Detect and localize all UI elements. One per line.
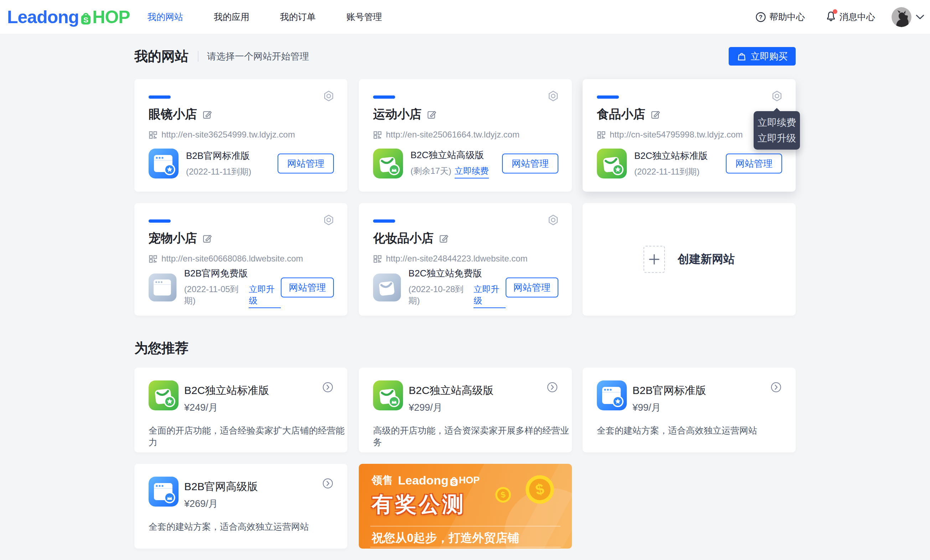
plan-name: B2B官网标准版 — [186, 149, 251, 162]
upgrade-now-link[interactable]: 立即升级 — [474, 283, 505, 308]
product-description: 全套的建站方案，适合高效独立运营网站 — [597, 425, 757, 436]
rename-edit-icon[interactable] — [439, 234, 449, 243]
leadongshop-logo[interactable]: Leadong HOP — [7, 0, 130, 34]
account-menu-chevron-down-icon[interactable] — [916, 14, 924, 20]
product-name: B2B官网高级版 — [184, 480, 258, 494]
settings-gear-icon[interactable] — [323, 91, 334, 102]
manage-site-button[interactable]: 网站管理 — [281, 277, 334, 297]
question-circle-icon — [755, 12, 766, 22]
menu-item-renew-now[interactable]: 立即续费 — [754, 115, 800, 131]
rename-edit-icon[interactable] — [202, 234, 212, 243]
banner-brand-leadong: Leadong — [398, 474, 449, 487]
site-card-cosmetics-shop[interactable]: 化妆品小店 http://en-site24844223.ldwebsite.c… — [359, 203, 572, 315]
buy-now-label: 立即购买 — [751, 50, 788, 63]
site-card-glasses-shop[interactable]: 眼镜小店 http://en-site36254999.tw.ldyjz.com… — [134, 79, 347, 192]
manage-site-button[interactable]: 网站管理 — [502, 154, 558, 174]
site-name: 宠物小店 — [149, 230, 197, 246]
rename-edit-icon[interactable] — [427, 110, 436, 119]
b2b-standard-app-icon — [597, 380, 627, 411]
qr-code-icon[interactable] — [373, 131, 382, 139]
create-new-website-card[interactable]: 创建新网站 — [583, 203, 796, 315]
promo-banner[interactable]: 领售 Leadong HOP 有奖公测 祝您从0起步，打造外贸店铺 — [359, 464, 572, 549]
menu-item-upgrade-now[interactable]: 立即升级 — [754, 131, 800, 146]
manage-site-button[interactable]: 网站管理 — [506, 277, 558, 297]
logo-text-leadong: Leadong — [7, 7, 79, 28]
product-description: 高级的开店功能，适合资深卖家开展多样的经营业务 — [373, 425, 572, 448]
help-center-button[interactable]: 帮助中心 — [755, 11, 805, 23]
b2b-free-app-icon — [149, 272, 177, 302]
recommend-card-b2b-standard[interactable]: B2B官网标准版 ¥99/月 全套的建站方案，适合高效独立运营网站 — [583, 368, 796, 452]
b2c-standard-app-icon — [597, 149, 627, 178]
plan-expiry: (2022-11-11到期) — [186, 166, 251, 177]
card-accent-dash — [149, 95, 171, 98]
product-description: 全套的建站方案，适合高效独立运营网站 — [149, 521, 309, 532]
site-url-row: http://en-site24844223.ldwebsite.com — [373, 254, 528, 264]
card-accent-dash — [149, 220, 171, 223]
chevron-right-circle-icon[interactable] — [771, 382, 781, 392]
chevron-right-circle-icon[interactable] — [322, 478, 333, 489]
site-name: 眼镜小店 — [149, 106, 197, 123]
plan-name: B2B官网免费版 — [184, 267, 281, 280]
logo-text-hop: HOP — [92, 7, 130, 28]
help-center-label: 帮助中心 — [769, 11, 805, 23]
product-description: 全面的开店功能，适合经验卖家扩大店铺的经营能力 — [149, 425, 347, 448]
product-name: B2B官网标准版 — [633, 383, 706, 398]
banner-brand-hop: HOP — [459, 475, 480, 486]
buy-now-button[interactable]: 立即购买 — [729, 47, 796, 66]
site-card-pet-shop[interactable]: 宠物小店 http://en-site60668086.ldwebsite.co… — [134, 203, 347, 315]
logo-bag-icon — [80, 11, 92, 26]
recommend-section-title: 为您推荐 — [134, 339, 188, 357]
dollar-coin-icon — [495, 487, 511, 503]
user-avatar[interactable] — [892, 7, 912, 27]
manage-site-button[interactable]: 网站管理 — [726, 154, 782, 174]
rename-edit-icon[interactable] — [202, 110, 212, 119]
product-price: ¥249/月 — [184, 401, 218, 414]
notification-dot — [833, 9, 838, 14]
b2b-standard-app-icon — [149, 149, 179, 178]
product-price: ¥99/月 — [633, 401, 661, 414]
manage-site-button[interactable]: 网站管理 — [277, 154, 334, 174]
plan-name: B2C独立站免费版 — [408, 267, 505, 280]
nav-item-my-orders[interactable]: 我的订单 — [280, 11, 316, 23]
site-card-sports-shop[interactable]: 运动小店 http://en-site25061664.tw.ldyjz.com… — [359, 79, 572, 192]
b2c-free-app-icon — [373, 272, 401, 302]
nav-item-my-apps[interactable]: 我的应用 — [214, 11, 249, 23]
qr-code-icon[interactable] — [149, 254, 157, 263]
site-name: 化妆品小店 — [373, 230, 434, 246]
site-url-row: http://en-site36254999.tw.ldyjz.com — [149, 130, 295, 140]
site-url: http://en-site36254999.tw.ldyjz.com — [162, 130, 295, 140]
page-title: 我的网站 — [134, 48, 188, 66]
qr-code-icon[interactable] — [373, 254, 382, 263]
banner-divider — [370, 526, 560, 526]
qr-code-icon[interactable] — [149, 131, 157, 139]
dollar-coin-icon — [525, 474, 555, 505]
plus-icon — [644, 246, 665, 273]
bell-icon — [825, 11, 836, 23]
page-subtitle: 请选择一个网站开始管理 — [207, 50, 309, 63]
recommend-card-b2b-premium[interactable]: B2B官网高级版 ¥269/月 全套的建站方案，适合高效独立运营网站 — [134, 464, 347, 549]
settings-gear-icon[interactable] — [548, 214, 558, 226]
qr-code-icon[interactable] — [597, 131, 606, 139]
nav-item-my-websites[interactable]: 我的网站 — [148, 11, 183, 23]
settings-gear-icon[interactable] — [772, 91, 782, 102]
recommend-card-b2c-premium[interactable]: B2C独立站高级版 ¥299/月 高级的开店功能，适合资深卖家开展多样的经营业务 — [359, 368, 572, 452]
nav-item-account[interactable]: 账号管理 — [346, 11, 382, 23]
recommend-card-b2c-standard[interactable]: B2C独立站标准版 ¥249/月 全面的开店功能，适合经验卖家扩大店铺的经营能力 — [134, 368, 347, 452]
plan-name: B2C独立站高级版 — [411, 149, 489, 162]
site-card-food-shop[interactable]: 食品小店 http://cn-site54795998.tw.ldyjz.com… — [583, 79, 796, 192]
message-center-button[interactable]: 消息中心 — [825, 11, 875, 23]
plan-name: B2C独立站标准版 — [634, 149, 708, 162]
settings-gear-icon[interactable] — [323, 214, 334, 226]
card-accent-dash — [373, 220, 395, 223]
chevron-right-circle-icon[interactable] — [322, 382, 333, 392]
banner-subtitle: 祝您从0起步，打造外贸店铺 — [372, 530, 519, 546]
chevron-right-circle-icon[interactable] — [547, 382, 557, 392]
plan-expiry: (剩余17天) — [411, 165, 451, 177]
site-name: 运动小店 — [373, 106, 422, 123]
upgrade-now-link[interactable]: 立即升级 — [249, 283, 281, 308]
renew-now-link[interactable]: 立即续费 — [455, 165, 489, 178]
settings-gear-icon[interactable] — [548, 91, 558, 102]
rename-edit-icon[interactable] — [651, 110, 660, 119]
shopping-bag-icon — [737, 52, 747, 61]
navbar-right-cluster: 帮助中心 消息中心 — [755, 0, 924, 34]
